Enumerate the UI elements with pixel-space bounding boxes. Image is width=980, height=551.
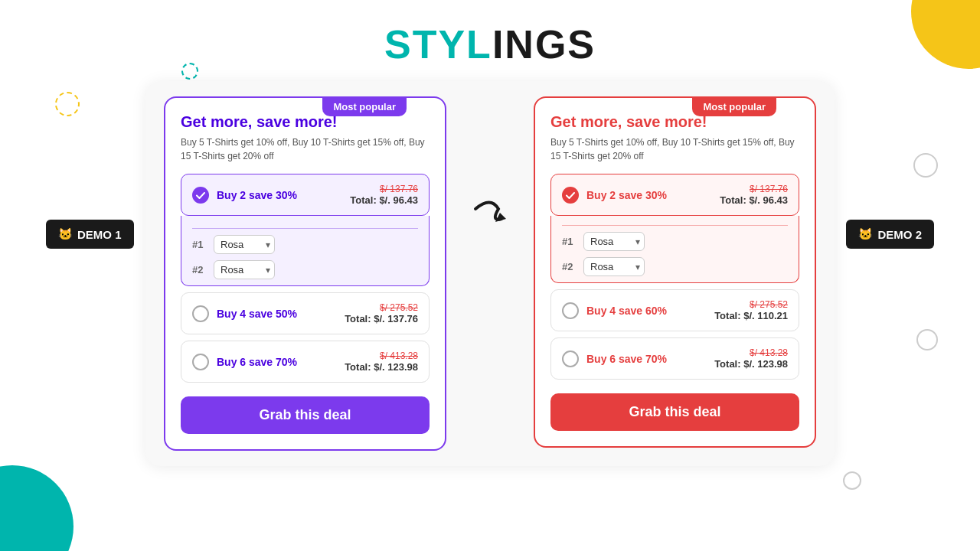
card2-dropdown1-select[interactable]: Rosa xyxy=(583,232,645,251)
cards-wrapper: Most popular Get more, save more! Buy 5 … xyxy=(145,81,835,466)
site-title: STYLINGS xyxy=(0,21,980,67)
card2-opt1-divider xyxy=(562,225,788,226)
card2-opt1-total: Total: $/. 96.43 xyxy=(720,194,788,206)
card2-dropdown1-num: #1 xyxy=(562,236,577,247)
card2-opt2-label: Buy 4 save 60% xyxy=(586,305,667,317)
card1-badge: Most popular xyxy=(322,97,407,116)
card2-opt1-checkmark xyxy=(562,187,579,204)
card2-option-3[interactable]: Buy 6 save 70% $/ 413.28 Total: $/. 123.… xyxy=(550,337,799,380)
card1-option-3[interactable]: Buy 6 save 70% $/ 413.28 Total: $/. 123.… xyxy=(181,341,430,383)
card1-opt1-total: Total: $/. 96.43 xyxy=(350,194,418,206)
title-ings: INGS xyxy=(492,22,596,67)
card1-grab-button[interactable]: Grab this deal xyxy=(181,396,430,434)
card1-dropdown2-select[interactable]: Rosa xyxy=(214,260,275,279)
card2-option-2[interactable]: Buy 4 save 60% $/ 275.52 Total: $/. 110.… xyxy=(550,289,799,331)
card1-subtitle: Buy 5 T-Shirts get 10% off, Buy 10 T-Shi… xyxy=(181,135,430,163)
card1-dropdown1-select[interactable]: Rosa xyxy=(214,235,275,254)
demo2-label: DEMO 2 xyxy=(877,228,922,241)
card1-opt1-original: $/ 137.76 xyxy=(350,184,418,194)
title-styl: STYL xyxy=(384,22,492,67)
card1-opt1-dropdowns: #1 Rosa #2 Rosa xyxy=(192,235,418,279)
card1-option-1[interactable]: Buy 2 save 30% $/ 137.76 Total: $/. 96.4… xyxy=(181,174,430,216)
card1-opt3-total: Total: $/. 123.98 xyxy=(345,361,418,373)
header: STYLINGS xyxy=(0,0,980,81)
card1-opt3-original: $/ 413.28 xyxy=(345,350,418,361)
deco-circle-right-bot xyxy=(843,471,861,490)
card2-opt3-radio xyxy=(562,350,579,367)
card2-opt1-label: Buy 2 save 30% xyxy=(586,189,667,201)
demo1-icon: 🐱 xyxy=(58,227,73,241)
deco-teal-circle xyxy=(0,465,74,551)
card1-opt2-original: $/ 275.52 xyxy=(345,302,418,313)
card1-opt2-radio xyxy=(192,305,209,322)
card2-grab-button[interactable]: Grab this deal xyxy=(550,393,799,431)
card1-dropdown2-num: #2 xyxy=(192,264,207,276)
card2-opt2-total: Total: $/. 110.21 xyxy=(714,310,788,321)
card2-opt3-label: Buy 6 save 70% xyxy=(586,353,667,365)
card2-opt1-original: $/ 137.76 xyxy=(720,184,788,194)
card2-opt1-dropdowns: #1 Rosa #2 Rosa xyxy=(562,232,788,276)
card2-option-1[interactable]: Buy 2 save 30% $/ 137.76 Total: $/. 96.4… xyxy=(550,174,799,216)
card2-opt3-total: Total: $/. 123.98 xyxy=(714,358,788,370)
card1-option-2[interactable]: Buy 4 save 50% $/ 275.52 Total: $/. 137.… xyxy=(181,292,430,334)
card1-opt1-label: Buy 2 save 30% xyxy=(217,189,297,201)
card1-opt2-total: Total: $/. 137.76 xyxy=(345,313,418,324)
card2-dropdown2-select[interactable]: Rosa xyxy=(583,257,645,276)
demo2-icon: 🐱 xyxy=(858,227,873,241)
card1-opt3-radio xyxy=(192,354,209,370)
demo2-button[interactable]: 🐱 DEMO 2 xyxy=(846,220,934,249)
card1-opt1-divider xyxy=(192,228,418,229)
arrow-divider xyxy=(462,188,518,230)
deal-card-2: Most popular Get more, save more! Buy 5 … xyxy=(534,96,816,448)
card2-subtitle: Buy 5 T-Shirts get 10% off, Buy 10 T-Shi… xyxy=(550,135,799,163)
deco-circle-tl xyxy=(181,63,198,80)
demo1-button[interactable]: 🐱 DEMO 1 xyxy=(46,220,134,249)
card2-opt2-original: $/ 275.52 xyxy=(714,299,788,310)
card1-opt3-label: Buy 6 save 70% xyxy=(217,356,297,368)
svg-point-0 xyxy=(192,187,209,204)
card2-opt2-radio xyxy=(562,302,579,319)
card2-badge: Most popular xyxy=(692,97,776,116)
demo1-label: DEMO 1 xyxy=(77,228,122,241)
card1-opt2-label: Buy 4 save 50% xyxy=(217,308,297,320)
card2-opt3-original: $/ 413.28 xyxy=(714,347,788,358)
deal-card-1: Most popular Get more, save more! Buy 5 … xyxy=(164,96,446,451)
card1-opt1-checkmark xyxy=(192,187,209,204)
card2-dropdown2-num: #2 xyxy=(562,261,577,272)
card1-dropdown1-num: #1 xyxy=(192,239,207,250)
svg-point-2 xyxy=(562,187,579,204)
